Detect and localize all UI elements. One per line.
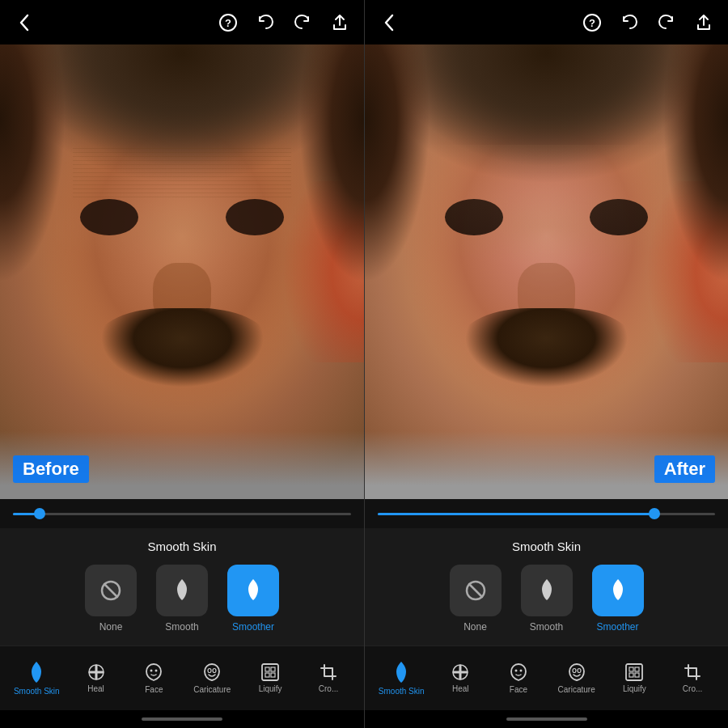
option-smoother-before[interactable]: Smoother [227,565,279,633]
option-smoother-label-before: Smoother [232,621,274,633]
option-smooth-before[interactable]: Smooth [156,565,208,633]
home-bar-before [0,710,364,728]
bottom-toolbar-after: Smooth Skin Heal Face [365,645,728,710]
liquify-icon-before [261,663,279,681]
home-bar-after [365,710,728,728]
tool-smooth-skin-after[interactable]: Smooth Skin [379,661,425,696]
option-smooth-icon-box-before [156,565,208,616]
home-bar-line-before [142,717,222,721]
tool-caricature-after[interactable]: Caricature [555,662,599,694]
slider-track-before[interactable] [13,513,351,515]
smooth-skin-icon-after [392,661,411,684]
share-button[interactable] [328,11,351,34]
caricature-icon-after [568,662,586,682]
help-button[interactable]: ? [217,11,239,34]
tool-face-before[interactable]: Face [132,662,176,694]
option-smooth-icon-box-after [521,565,573,616]
slider-before[interactable] [0,499,364,528]
option-smooth-label-after: Smooth [530,621,563,633]
photo-before: Before [0,44,364,499]
crop-icon-after [684,663,701,681]
face-icon-after [510,662,527,682]
options-panel-after: Smooth Skin None Smooth [365,528,728,645]
before-label: Before [13,455,89,483]
tool-smooth-skin-label-before: Smooth Skin [14,687,60,696]
face-image-after [365,44,728,499]
top-bar-before: ? [0,0,364,44]
before-panel: ? [0,0,364,728]
help-button-after[interactable]: ? [581,11,603,34]
svg-point-21 [573,669,576,673]
options-title-before: Smooth Skin [13,540,351,553]
top-bar-right-before: ? [217,11,351,34]
tool-crop-after[interactable]: Cro... [671,663,714,693]
svg-rect-13 [271,673,275,677]
options-panel-before: Smooth Skin None Smooth [0,528,364,645]
redo-button[interactable] [291,11,314,34]
option-none-before[interactable]: None [85,565,137,633]
home-bar-line-after [506,717,587,721]
face-icon-before [145,662,163,682]
tool-face-after[interactable]: Face [497,662,540,694]
top-bar-left-after [378,11,400,34]
option-none-icon-box-before [85,565,137,616]
svg-rect-25 [635,667,639,671]
svg-rect-9 [262,664,278,680]
after-label: After [654,455,715,483]
face-image-before [0,44,364,499]
svg-point-20 [519,670,522,672]
option-none-label-before: None [99,621,123,633]
top-bar-after: ? [365,0,728,44]
option-smooth-label-before: Smooth [165,621,198,633]
option-smoother-icon-box-before [227,565,279,616]
svg-point-6 [155,670,158,672]
svg-rect-26 [629,673,633,677]
tool-heal-label-after: Heal [452,684,469,693]
tool-crop-before[interactable]: Cro... [307,663,350,693]
undo-button[interactable] [254,11,277,34]
tool-heal-before[interactable]: Heal [74,663,118,693]
svg-point-5 [150,670,153,672]
tool-crop-label-before: Cro... [319,684,338,693]
slider-fill-after [378,513,654,515]
tool-heal-after[interactable]: Heal [438,663,482,693]
smooth-skin-icon-before [27,661,46,684]
back-button-after[interactable] [378,11,400,34]
tool-caricature-label-after: Caricature [558,685,595,694]
slider-track-after[interactable] [378,513,715,515]
tool-smooth-skin-before[interactable]: Smooth Skin [14,661,60,696]
heal-icon-before [87,663,105,681]
bottom-toolbar-before: Smooth Skin Heal Face [0,645,364,710]
svg-point-19 [514,670,517,672]
options-title-after: Smooth Skin [378,540,715,553]
redo-button-after[interactable] [655,11,678,34]
back-button[interactable] [13,11,36,34]
tool-caricature-label-before: Caricature [193,685,231,694]
tool-liquify-label-before: Liquify [259,684,282,693]
svg-rect-23 [626,664,642,680]
svg-text:?: ? [589,17,595,29]
share-button-after[interactable] [692,11,715,34]
option-smooth-after[interactable]: Smooth [521,565,573,633]
svg-point-22 [578,669,581,673]
slider-thumb-before[interactable] [34,508,45,519]
heal-icon-after [451,663,469,681]
caricature-icon-before [203,662,221,682]
tool-face-label-after: Face [510,685,527,694]
tool-liquify-before[interactable]: Liquify [248,663,292,693]
after-panel: ? [364,0,728,728]
slider-after[interactable] [365,499,728,528]
options-buttons-after: None Smooth Smoother [378,565,715,633]
option-smoother-after[interactable]: Smoother [592,565,644,633]
tool-caricature-before[interactable]: Caricature [190,662,234,694]
tool-crop-label-after: Cro... [683,684,702,693]
slider-thumb-after[interactable] [649,508,660,519]
option-none-after[interactable]: None [450,565,502,633]
svg-line-3 [104,584,117,597]
option-smoother-label-after: Smoother [596,621,638,633]
undo-button-after[interactable] [618,11,641,34]
svg-point-7 [208,669,211,673]
svg-rect-10 [265,667,269,671]
tool-liquify-after[interactable]: Liquify [612,663,656,693]
svg-rect-27 [635,673,639,677]
